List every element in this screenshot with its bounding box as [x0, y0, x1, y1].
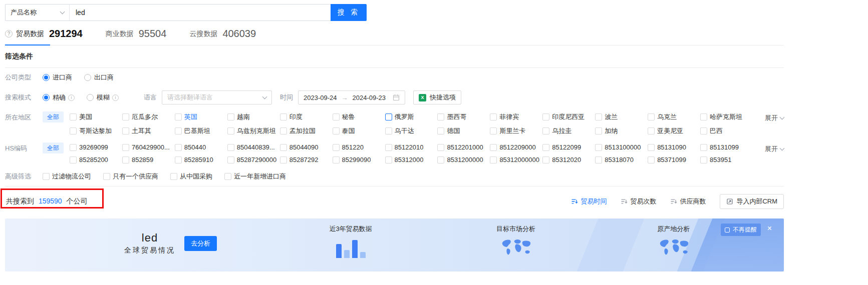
hs-code-checkbox[interactable]: 853951: [700, 156, 753, 164]
hs-code-checkbox[interactable]: 85044090: [280, 144, 333, 151]
region-checkbox[interactable]: 乌干达: [385, 126, 438, 136]
hs-expand-link[interactable]: 展开: [753, 142, 784, 154]
search-button[interactable]: 搜 索: [331, 4, 367, 21]
checkbox-icon: [700, 128, 707, 134]
advanced-checkbox[interactable]: 过滤物流公司: [43, 172, 91, 181]
hs-all-chip[interactable]: 全部: [43, 142, 64, 154]
hs-code-checkbox[interactable]: 85312000: [385, 156, 438, 164]
import-crm-button[interactable]: 导入内部CRM: [720, 194, 784, 209]
checkbox-icon: [224, 173, 231, 180]
region-checkbox[interactable]: 俄罗斯: [385, 112, 438, 122]
tab-count: 291294: [49, 28, 83, 40]
hs-code-checkbox[interactable]: 85131090: [648, 144, 700, 151]
tab-trade-data[interactable]: ? 贸易数据 291294: [5, 28, 83, 45]
region-checkbox[interactable]: 乌克兰: [648, 112, 700, 122]
hs-code-checkbox[interactable]: 85285910: [175, 156, 227, 164]
region-checkbox[interactable]: 乌兹别克斯坦: [227, 126, 280, 136]
region-checkbox[interactable]: 乌拉圭: [542, 126, 595, 136]
region-checkbox[interactable]: 巴基斯坦: [175, 126, 227, 136]
region-checkbox[interactable]: 墨西哥: [437, 112, 490, 122]
region-checkbox[interactable]: 土耳其: [122, 126, 175, 136]
date-range-picker[interactable]: 2023-09-24 → 2024-09-23: [298, 90, 405, 104]
radio-option[interactable]: 进口商: [43, 73, 72, 82]
region-checkbox[interactable]: 印度尼西亚: [542, 112, 595, 122]
info-icon[interactable]: i: [68, 94, 75, 101]
region-checkbox[interactable]: 越南: [227, 112, 280, 122]
hs-code-checkbox[interactable]: 8531200000: [437, 156, 490, 164]
checkbox-label: 乌兹别克斯坦: [237, 126, 276, 136]
region-checkbox[interactable]: 印度: [280, 112, 333, 122]
hs-code-checkbox[interactable]: 85312020: [542, 156, 595, 164]
hs-code-checkbox[interactable]: 85131099: [700, 144, 753, 151]
checkbox-icon: [43, 173, 50, 180]
hs-code-checkbox[interactable]: 850440839...: [227, 144, 280, 151]
sort-option[interactable]: 贸易时间: [571, 197, 607, 206]
help-icon[interactable]: ?: [5, 30, 13, 38]
tab-cloud-search-data[interactable]: 云搜数据 406039: [189, 28, 256, 45]
checkbox-icon: [437, 144, 444, 151]
region-checkbox[interactable]: 厄瓜多尔: [122, 112, 175, 122]
hs-code-checkbox[interactable]: 85122010: [385, 144, 438, 151]
dismiss-reminder-button[interactable]: 不再提醒: [721, 224, 761, 236]
search-input[interactable]: [69, 4, 331, 21]
sort-option[interactable]: 供应商数: [670, 197, 706, 206]
radio-option[interactable]: 精确 i: [43, 93, 75, 102]
info-icon[interactable]: i: [112, 94, 119, 101]
language-select[interactable]: 请选择翻译语言: [162, 90, 272, 104]
card-title: 原产地分析: [658, 224, 690, 234]
region-checkbox[interactable]: 美国: [70, 112, 122, 122]
hs-code-checkbox[interactable]: 8512201000: [437, 144, 490, 151]
sort-option[interactable]: 贸易次数: [621, 197, 656, 206]
hs-code-checkbox[interactable]: 8512209000: [490, 144, 542, 151]
radio-option[interactable]: 出口商: [84, 73, 114, 82]
region-checkbox[interactable]: 哈萨克斯坦: [700, 112, 753, 122]
checkbox-icon: [490, 114, 497, 120]
region-expand-link[interactable]: 展开: [753, 112, 784, 124]
checkbox-label: 8512201000: [447, 144, 483, 151]
hs-code-checkbox[interactable]: 85371099: [648, 156, 700, 164]
region-checkbox[interactable]: 泰国: [333, 126, 385, 136]
checkbox-label: 85131099: [710, 144, 739, 151]
region-checkbox[interactable]: 孟加拉国: [280, 126, 333, 136]
tab-business-data[interactable]: 商业数据 95504: [106, 28, 167, 45]
checkbox-label: 斯里兰卡: [499, 126, 525, 136]
hs-code-checkbox[interactable]: 85287292: [280, 156, 333, 164]
analyze-button[interactable]: 去分析: [184, 236, 217, 251]
hs-code-checkbox[interactable]: 85312000000: [490, 156, 542, 164]
company-type-options: 进口商 出口商: [43, 73, 114, 82]
filter-row-company-type: 公司类型 进口商 出口商: [5, 68, 784, 87]
hs-code-checkbox[interactable]: 85285200: [70, 156, 122, 164]
search-category-select[interactable]: 产品名称: [5, 4, 69, 21]
hs-code-checkbox[interactable]: 39269099: [70, 144, 122, 151]
hs-code-checkbox[interactable]: 85318070: [595, 156, 648, 164]
hs-code-checkbox[interactable]: 760429900...: [122, 144, 175, 151]
hs-code-checkbox[interactable]: 85287290000: [227, 156, 280, 164]
region-checkbox[interactable]: 亚美尼亚: [648, 126, 700, 136]
region-checkbox[interactable]: 巴西: [700, 126, 753, 136]
hs-code-checkbox[interactable]: 850440: [175, 144, 227, 151]
hs-code-checkbox[interactable]: 85299090: [333, 156, 385, 164]
region-checkbox[interactable]: 德国: [437, 126, 490, 136]
region-checkbox[interactable]: 加纳: [595, 126, 648, 136]
region-checkbox[interactable]: 英国: [175, 112, 227, 122]
region-all-chip[interactable]: 全部: [43, 112, 64, 122]
search-mode-options: 精确 i 模糊 i: [43, 93, 119, 102]
advanced-checkbox[interactable]: 只有一个供应商: [103, 172, 158, 181]
checkbox-label: 土耳其: [132, 126, 151, 136]
region-checkbox[interactable]: 哥斯达黎加: [70, 126, 122, 136]
radio-option[interactable]: 模糊 i: [87, 93, 119, 102]
checkbox-icon: [542, 156, 549, 164]
hs-code-checkbox[interactable]: 85122099: [542, 144, 595, 151]
hs-code-checkbox[interactable]: 851220: [333, 144, 385, 151]
hs-code-checkbox[interactable]: 8513100000: [595, 144, 648, 151]
hs-code-checkbox[interactable]: 852859: [122, 156, 175, 164]
advanced-checkbox[interactable]: 从中国采购: [170, 172, 212, 181]
region-checkbox[interactable]: 秘鲁: [333, 112, 385, 122]
advanced-checkbox[interactable]: 近一年新增进口商: [224, 172, 286, 181]
region-checkbox[interactable]: 菲律宾: [490, 112, 542, 122]
region-checkbox[interactable]: 波兰: [595, 112, 648, 122]
close-icon[interactable]: ×: [767, 224, 772, 233]
chevron-down-icon: [60, 10, 65, 14]
region-checkbox[interactable]: 斯里兰卡: [490, 126, 542, 136]
quick-options-button[interactable]: X 快捷选项: [413, 90, 461, 104]
